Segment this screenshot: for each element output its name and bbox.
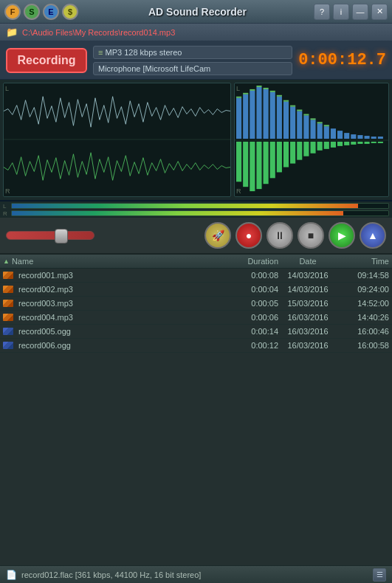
svg-rect-1 [236,98,241,139]
filepath-text: C:\Audio Files\My Records\record014.mp3 [22,28,175,37]
svg-rect-17 [344,133,349,139]
file-list-container: ▲ Name Duration Date Time record001.mp30… [0,255,392,565]
file-list-header: ▲ Name Duration Date Time [0,255,392,269]
svg-rect-20 [365,136,370,139]
pause-button[interactable]: ⏸ [267,222,293,249]
svg-rect-51 [270,91,275,92]
svg-rect-37 [324,142,329,149]
format-icon: ≡ [98,48,103,57]
file-icon-mp3 [3,271,15,280]
level-bars: L R [0,201,392,218]
svg-rect-49 [256,86,261,87]
svg-rect-7 [277,97,282,139]
level-fill-R [12,211,343,215]
format-row: ≡ MP3 128 kbps stereo [93,46,292,59]
timer-display: 0:00:12.7 [298,51,386,69]
svg-rect-38 [331,142,336,148]
svg-rect-25 [243,142,248,187]
level-bar-R-row: R [3,210,389,216]
table-row[interactable]: record002.mp30:00:0414/03/201609:24:00 [0,283,392,297]
file-icon-mp3 [3,285,15,294]
file-name: record006.ogg [18,341,71,350]
svg-rect-30 [277,142,282,172]
svg-rect-43 [365,142,370,144]
svg-rect-41 [351,142,356,145]
svg-rect-14 [324,126,329,139]
table-row[interactable]: record003.mp30:00:0515/03/201614:52:00 [0,297,392,311]
svg-rect-57 [310,118,315,120]
sort-icon: ▲ [3,258,10,265]
header-duration-col: Duration [219,257,278,266]
file-name: record005.ogg [18,327,71,336]
left-channel-label-R: R [5,187,10,195]
svg-rect-59 [324,125,329,126]
level-bar-L-row: L [3,203,389,209]
file-name-cell: record006.ogg [3,341,219,350]
spectrum-label-L: L [236,85,240,92]
svg-rect-29 [270,142,275,178]
file-name-cell: record004.mp3 [3,313,219,322]
svg-rect-21 [371,137,376,139]
volume-thumb[interactable] [55,229,68,244]
file-icon-mp3 [3,313,15,322]
waveform-spectrum: L R [234,83,389,197]
bottom-status-text: record012.flac [361 kbps, 44100 Hz, 16 b… [21,570,368,579]
file-duration: 0:00:12 [219,341,278,350]
filepath-bar: 📁 C:\Audio Files\My Records\record014.mp… [0,24,392,41]
svg-rect-55 [297,110,302,111]
app-title: AD Sound Recorder [81,6,314,18]
help-button[interactable]: ? [314,4,330,20]
header-date-col: Date [278,257,337,266]
svg-rect-19 [357,135,362,139]
svg-rect-11 [303,115,309,139]
file-name: record001.mp3 [18,271,73,280]
file-date: 16/03/2016 [278,327,337,336]
file-name-cell: record002.mp3 [3,285,219,294]
rocket-button[interactable]: 🚀 [204,222,231,249]
stop-button[interactable]: ■ [298,222,324,249]
volume-slider[interactable] [6,231,94,240]
file-date: 14/03/2016 [278,285,337,294]
btn-dollar[interactable]: $ [62,4,78,20]
btn-e[interactable]: E [43,4,59,20]
btn-f[interactable]: F [4,4,21,20]
bottom-menu-button[interactable]: ☰ [373,568,386,582]
file-time: 16:00:46 [337,327,389,336]
btn-s[interactable]: S [24,4,40,20]
file-time: 14:52:00 [337,299,389,308]
file-icon-mp3 [3,299,15,308]
table-row[interactable]: record001.mp30:00:0814/03/201609:14:58 [0,269,392,283]
table-row[interactable]: record006.ogg0:00:1216/03/201616:00:58 [0,339,392,353]
minimize-button[interactable]: — [352,4,368,20]
svg-rect-28 [264,142,269,184]
spectrum-label-R: R [236,187,241,195]
close-button[interactable]: ✕ [371,4,388,20]
svg-rect-52 [277,95,282,97]
svg-rect-13 [317,123,323,139]
svg-rect-39 [337,142,343,146]
record-button[interactable]: ● [235,222,262,249]
table-row[interactable]: record005.ogg0:00:1416/03/201616:00:46 [0,325,392,339]
svg-rect-58 [317,122,323,123]
svg-rect-6 [270,92,275,139]
file-name-cell: record003.mp3 [3,299,219,308]
svg-rect-33 [297,142,302,160]
svg-rect-53 [283,100,289,102]
file-name-cell: record005.ogg [3,327,219,336]
header-name-label: Name [12,257,33,266]
svg-rect-44 [371,142,376,143]
file-duration: 0:00:08 [219,271,278,280]
svg-rect-27 [256,142,261,189]
file-list-scroll[interactable]: record001.mp30:00:0814/03/201609:14:58re… [0,269,392,565]
play-button[interactable]: ▶ [329,222,355,249]
level-track-L [11,203,389,209]
microphone-row: Microphone [Microsoft LifeCam [93,62,292,75]
svg-rect-4 [256,87,261,139]
up-button[interactable]: ▲ [360,222,386,249]
svg-rect-12 [310,120,315,139]
transport-area: 🚀 ● ⏸ ■ ▶ ▲ [0,218,392,255]
file-time: 16:00:58 [337,341,389,350]
info-button[interactable]: i [333,4,349,20]
table-row[interactable]: record004.mp30:00:0616/03/201614:40:26 [0,311,392,325]
file-name: record002.mp3 [18,285,73,294]
